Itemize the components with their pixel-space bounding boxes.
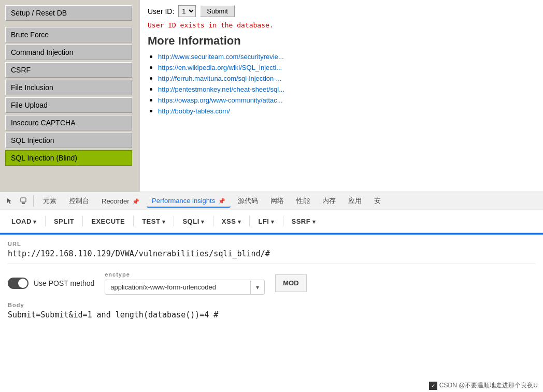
sidebar-item-sql-injection-blind[interactable]: SQL Injection (Blind): [5, 150, 132, 166]
toggle-label: Use POST method: [34, 279, 94, 287]
link-2[interactable]: https://en.wikipedia.org/wiki/SQL_inject…: [158, 64, 282, 71]
sidebar-item-insecure-captcha[interactable]: Insecure CAPTCHA: [5, 115, 132, 130]
more-info-title: More Information: [148, 34, 535, 48]
sidebar-item-csrf[interactable]: CSRF: [5, 62, 132, 78]
watermark-text: CSDN @不要温顺地走进那个良夜U: [439, 381, 538, 390]
link-4[interactable]: http://pentestmonkey.net/cheat-sheet/sql…: [158, 85, 284, 93]
sidebar-item-file-inclusion[interactable]: File Inclusion: [5, 80, 132, 95]
toolbar-divider-2: [82, 216, 83, 226]
list-item: https://en.wikipedia.org/wiki/SQL_inject…: [158, 63, 535, 72]
enctype-label: enctype: [105, 271, 265, 278]
split-button[interactable]: SPLIT: [48, 214, 80, 228]
enctype-select-container: application/x-www-form-urlencoded ▾: [105, 280, 265, 295]
tab-recorder[interactable]: Recorder 📌: [96, 195, 145, 207]
link-5[interactable]: https://owasp.org/www-community/attac...: [158, 96, 283, 104]
toolbar-divider-5: [213, 216, 213, 226]
tab-memory[interactable]: 内存: [317, 194, 341, 208]
toolbar-divider-6: [249, 216, 250, 226]
toggle-knob: [18, 279, 27, 288]
execute-button[interactable]: EXECUTE: [85, 214, 131, 228]
right-panel: User ID: 1 2 3 Submit User ID exists in …: [140, 0, 543, 192]
list-item: http://bobby-tables.com/: [158, 106, 535, 115]
tab-performance[interactable]: 性能: [291, 194, 315, 208]
toolbar-divider: [45, 216, 46, 226]
load-button[interactable]: LOAD: [5, 214, 43, 228]
url-value: http://192.168.110.129/DVWA/vulnerabilit…: [8, 249, 535, 264]
body-row: Body Submit=Submit&id=1 and length(datab…: [8, 302, 535, 320]
bottom-panel: URL http://192.168.110.129/DVWA/vulnerab…: [0, 235, 543, 392]
sidebar-item-brute-force[interactable]: Brute Force: [5, 27, 132, 42]
tab-sources[interactable]: 源代码: [233, 194, 263, 208]
enctype-section: enctype application/x-www-form-urlencode…: [105, 271, 265, 295]
link-6[interactable]: http://bobby-tables.com/: [158, 107, 230, 115]
body-value: Submit=Submit&id=1 and length(database()…: [8, 310, 535, 320]
tab-elements[interactable]: 元素: [38, 194, 62, 208]
link-1[interactable]: http://www.securiteam.com/securityrevie.…: [158, 53, 284, 61]
recorder-pin-icon: 📌: [132, 198, 139, 205]
cursor-icon[interactable]: [4, 195, 16, 207]
performance-pin-icon: 📌: [218, 198, 225, 204]
list-item: http://www.securiteam.com/securityrevie.…: [158, 52, 535, 61]
svg-rect-0: [21, 198, 26, 202]
toolbar-divider-4: [174, 216, 174, 226]
enctype-dropdown-icon[interactable]: ▾: [250, 281, 264, 294]
list-item: http://pentestmonkey.net/cheat-sheet/sql…: [158, 84, 535, 94]
user-id-label: User ID:: [148, 7, 174, 16]
options-row: Use POST method enctype application/x-ww…: [8, 271, 535, 295]
lfi-button[interactable]: LFI: [252, 214, 280, 228]
list-item: http://ferruh.mavituna.com/sql-injection…: [158, 74, 535, 83]
setup-reset-db-button[interactable]: Setup / Reset DB: [5, 5, 132, 21]
device-icon[interactable]: [18, 195, 29, 207]
sqli-button[interactable]: SQLI: [176, 214, 210, 228]
toggle-container: Use POST method: [8, 278, 94, 289]
ssrf-button[interactable]: SSRF: [285, 214, 322, 228]
watermark-bar: ✓ CSDN @不要温顺地走进那个良夜U: [424, 379, 543, 392]
tab-separator: [33, 195, 34, 207]
sidebar-item-file-upload[interactable]: File Upload: [5, 97, 132, 113]
tab-network[interactable]: 网络: [265, 194, 289, 208]
body-label: Body: [8, 302, 535, 308]
link-3[interactable]: http://ferruh.mavituna.com/sql-injection…: [158, 75, 281, 82]
mod-button[interactable]: MOD: [275, 274, 306, 292]
tab-performance-insights[interactable]: Performance insights 📌: [147, 195, 231, 208]
devtools-tab-bar: 元素 控制台 Recorder 📌 Performance insights 📌…: [0, 192, 543, 210]
links-list: http://www.securiteam.com/securityrevie.…: [148, 52, 535, 115]
post-method-toggle[interactable]: [8, 278, 28, 289]
submit-button[interactable]: Submit: [200, 5, 234, 17]
sidebar-item-command-injection[interactable]: Command Injection: [5, 45, 132, 60]
list-item: https://owasp.org/www-community/attac...: [158, 95, 535, 105]
db-exists-message: User ID exists in the database.: [148, 21, 535, 29]
toolbar-divider-3: [133, 216, 134, 226]
toolbar: LOAD SPLIT EXECUTE TEST SQLI XSS LFI SSR…: [0, 210, 543, 233]
tab-application[interactable]: 应用: [343, 194, 367, 208]
tab-console[interactable]: 控制台: [64, 194, 94, 208]
enctype-value: application/x-www-form-urlencoded: [105, 280, 250, 294]
tab-security[interactable]: 安: [369, 194, 386, 208]
sidebar: Setup / Reset DB Brute Force Command Inj…: [0, 0, 140, 192]
test-button[interactable]: TEST: [136, 214, 172, 228]
checkbox-icon: ✓: [429, 382, 437, 390]
url-label: URL: [8, 241, 535, 247]
xss-button[interactable]: XSS: [216, 214, 248, 228]
user-id-row: User ID: 1 2 3 Submit: [148, 5, 535, 17]
user-id-select[interactable]: 1 2 3: [178, 5, 196, 17]
toolbar-divider-7: [283, 216, 283, 226]
sidebar-item-sql-injection[interactable]: SQL Injection: [5, 133, 132, 148]
